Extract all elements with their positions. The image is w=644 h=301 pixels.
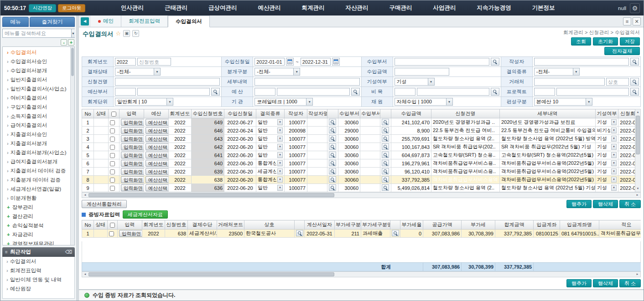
sidebar-item[interactable]: ›수입결의서 [3, 48, 70, 57]
sidebar-item[interactable]: ›일반지출결의서 [3, 75, 70, 84]
scrollbar-thumb[interactable] [88, 193, 334, 197]
cell-combo[interactable]: 통합계산서▼ [258, 160, 283, 167]
row-checkbox[interactable] [110, 145, 115, 150]
search-icon[interactable] [382, 143, 389, 150]
top-menu-item[interactable]: 예산관리 [248, 4, 291, 12]
budget-dept-input[interactable] [137, 88, 210, 96]
row-checkbox[interactable] [110, 161, 115, 166]
scroll-left-icon[interactable]: ◄ [82, 193, 88, 198]
action-button[interactable]: 저장 [620, 37, 640, 46]
expense-item-input[interactable] [417, 88, 489, 96]
project-search-icon[interactable] [630, 88, 639, 96]
open-input-button[interactable]: 입력화면 [121, 160, 144, 167]
cancel-button[interactable]: 취 소 [619, 200, 641, 208]
cell-combo[interactable]: 일반▼ [258, 119, 283, 126]
open-input-button[interactable]: 입력화면 [121, 119, 144, 126]
row-checkbox[interactable] [110, 137, 115, 142]
sidebar-group[interactable]: +경영정보재무관리 [3, 239, 70, 245]
cell-combo[interactable]: 세금계산서▼ [258, 168, 283, 175]
action-button[interactable]: 초기화 [593, 37, 618, 46]
scrollbar-thumb[interactable] [88, 272, 334, 276]
budget-select-button[interactable]: 예산선택 [145, 127, 169, 134]
budget-select-button[interactable]: 예산선택 [145, 184, 169, 191]
vendor-search-icon[interactable] [630, 78, 639, 86]
cell-combo[interactable]: 기성▼ [597, 143, 617, 150]
table-row[interactable]: 8입력화면예산선택20226382022-06-20통합계산서▼10007730… [82, 176, 635, 184]
open-input-button[interactable]: 입력화면 [119, 230, 142, 237]
tab-back-button[interactable]: ◀ [81, 17, 89, 26]
sidebar-item[interactable]: ›지출결의서분개 [3, 139, 70, 148]
writer-input[interactable] [534, 58, 629, 66]
project-input[interactable] [556, 88, 629, 96]
expand-all-button[interactable]: + [68, 39, 74, 46]
sidebar-group[interactable]: +손익실적분석 [3, 221, 70, 230]
document-tab[interactable]: 수입결의서 [168, 15, 210, 27]
sidebar-group[interactable]: +자금관리 [3, 230, 70, 239]
top-menu-item[interactable]: 근태관리 [154, 4, 198, 12]
cell-combo[interactable]: 일반▼ [258, 135, 283, 142]
search-icon[interactable] [329, 176, 336, 183]
open-input-button[interactable]: 입력화면 [121, 143, 144, 150]
e-approval-button[interactable]: 전자결재 [604, 47, 640, 55]
cell-combo[interactable]: 일반▼ [258, 143, 283, 150]
document-tab[interactable]: 회계전표입력 [121, 15, 168, 27]
recent-task-item[interactable]: ›일반이체 연동 및 내역 [3, 275, 74, 284]
sidebar-item[interactable]: ›여비지출결의서 [3, 93, 70, 102]
select-all-checkbox[interactable] [111, 112, 116, 117]
search-icon[interactable] [296, 230, 303, 236]
table-row[interactable]: 1입력화면2022638세금계산서/..23500한국철도공사2022-05-3… [82, 230, 641, 238]
request-title-input[interactable] [115, 78, 220, 86]
cell-combo[interactable]: 통합계산서▼ [258, 176, 283, 183]
scrollbar-thumb[interactable] [71, 48, 74, 76]
tab-favorites[interactable]: 즐겨찾기 [30, 17, 75, 27]
scroll-right-icon[interactable]: ► [634, 272, 640, 277]
project-input[interactable] [534, 88, 555, 96]
table-row[interactable]: 7입력화면예산선택20226392022-06-20세금계산서▼10007730… [82, 168, 635, 176]
chevron-down-icon[interactable]: ▼ [71, 29, 75, 37]
open-input-button[interactable]: 입력화면 [121, 176, 144, 183]
top-menu-item[interactable]: 급상여관리 [198, 4, 248, 12]
income-request-date-input[interactable] [254, 58, 285, 66]
search-icon[interactable] [329, 143, 336, 150]
refresh-icon[interactable]: ↻ [132, 30, 139, 37]
sidebar-item[interactable]: ›지출분개 데이터 검증 [3, 175, 70, 184]
table-row[interactable]: 4입력화면예산선택20226422022-06-20일반▼10007730060… [82, 143, 635, 151]
search-icon[interactable] [382, 127, 389, 133]
income-dept-input[interactable] [395, 58, 489, 66]
budget-dept-search-icon[interactable] [211, 88, 220, 96]
accounting-unit-select[interactable]: 일반회계 | 10▼ [115, 98, 173, 106]
open-input-button[interactable]: 입력화면 [121, 127, 144, 134]
sidebar-item[interactable]: ›수입결의서승인 [3, 57, 70, 66]
budget-select-button[interactable]: 예산선택 [145, 160, 169, 167]
cell-combo[interactable]: 기성▼ [597, 152, 617, 158]
vendor-input[interactable] [534, 78, 605, 86]
search-icon[interactable] [392, 230, 399, 236]
cell-combo[interactable]: 기성▼ [597, 176, 617, 183]
sidebar-scrollbar[interactable] [70, 47, 74, 245]
budget-select-button[interactable]: 예산선택 [145, 135, 169, 142]
table-row[interactable]: 5입력화면예산선택20226412022-06-20일반▼10007730060… [82, 151, 635, 159]
income-request-date-calendar-icon[interactable] [332, 58, 340, 66]
budget-input[interactable] [254, 88, 275, 96]
sidebar-item[interactable]: ›지출결의서분개(사업소) [3, 148, 70, 157]
scroll-right-icon[interactable]: ► [634, 193, 640, 198]
budget-select-button[interactable]: 예산선택 [145, 176, 169, 183]
top-menu-item[interactable]: 지속가능경영 [467, 4, 522, 12]
sidebar-item[interactable]: ›급여지출결의서 [3, 121, 70, 130]
fund-source-select[interactable]: 자체수입 | 1000▼ [395, 98, 453, 106]
income-amount-input[interactable] [395, 68, 449, 76]
table-row[interactable]: 6입력화면예산선택20226402022-06-20통합계산서▼10007730… [82, 159, 635, 168]
income-dept-search-icon[interactable] [491, 58, 499, 66]
grid1-hscrollbar[interactable]: ◄ ► [82, 192, 641, 198]
invoice-merge-button[interactable]: 계산서통합처리 [82, 200, 127, 208]
table-row[interactable]: 9입력화면예산선택20226362022-06-20일반▼10007730060… [82, 184, 635, 192]
search-icon[interactable] [382, 119, 389, 125]
table-row[interactable]: 2입력화면예산선택20226462022-06-24일반▼20009829000… [82, 127, 635, 135]
budget-input[interactable] [277, 88, 349, 96]
search-icon[interactable] [329, 119, 336, 125]
tab-menu[interactable]: 메뉴 [2, 17, 29, 27]
fiscal-year-input[interactable] [115, 58, 136, 66]
search-icon[interactable] [329, 168, 336, 174]
row-checkbox[interactable] [110, 186, 115, 191]
cell-combo[interactable]: 일반▼ [258, 127, 283, 134]
